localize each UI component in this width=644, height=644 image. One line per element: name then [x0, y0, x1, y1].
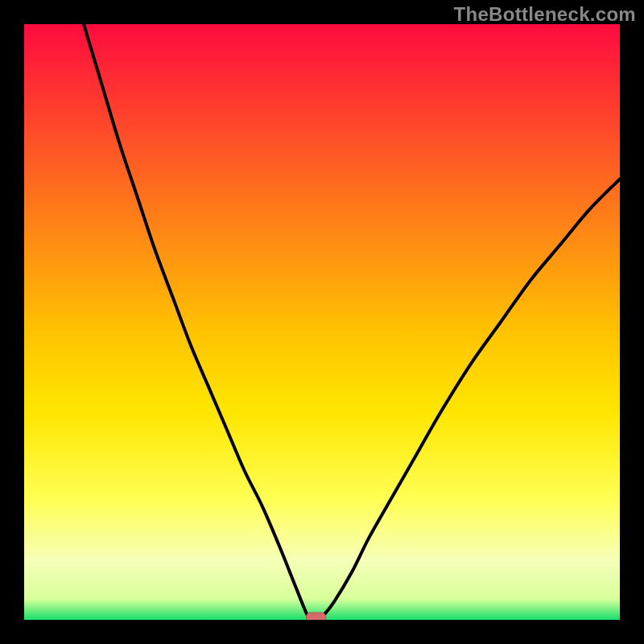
watermark-text: TheBottleneck.com — [454, 3, 636, 26]
chart-frame: TheBottleneck.com — [0, 0, 644, 644]
plot-area — [24, 24, 620, 620]
optimal-marker — [307, 613, 326, 620]
bottleneck-chart — [24, 24, 620, 620]
gradient-background — [24, 24, 620, 620]
